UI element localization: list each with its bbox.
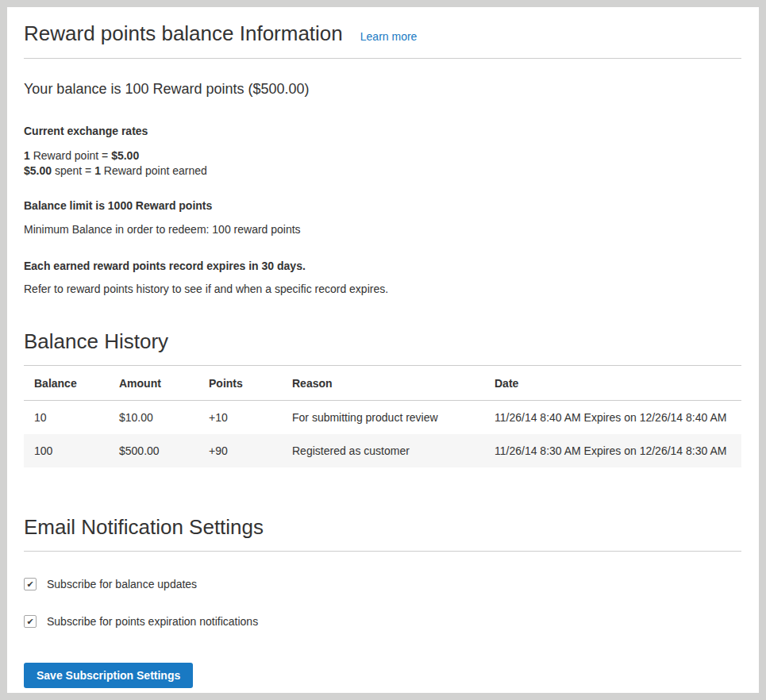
column-header-amount: Amount (109, 366, 198, 401)
exchange-rates-block: 1 Reward point = $5.00 $5.00 spent = 1 R… (24, 148, 741, 179)
balance-history-table: Balance Amount Points Reason Date 10 $10… (24, 366, 741, 467)
page-background: Reward points balance Information Learn … (0, 0, 766, 700)
points-expiration-checkbox-label: Subscribe for points expiration notifica… (47, 615, 258, 628)
page-header: Reward points balance Information Learn … (24, 20, 741, 59)
reward-info-card: Reward points balance Information Learn … (7, 7, 759, 693)
table-row: 100 $500.00 +90 Registered as customer 1… (24, 434, 741, 467)
cell-date: 11/26/14 8:40 AM Expires on 12/26/14 8:4… (484, 401, 741, 435)
column-header-points: Points (198, 366, 282, 401)
rate2-text-2: Reward point earned (101, 164, 207, 177)
table-header-row: Balance Amount Points Reason Date (24, 366, 741, 401)
balance-updates-checkbox-label: Subscribe for balance updates (47, 578, 197, 590)
exchange-rate-line-2: $5.00 spent = 1 Reward point earned (24, 163, 741, 179)
balance-limit-text: Balance limit is 1000 Reward points (24, 199, 741, 213)
balance-updates-checkbox[interactable]: ✔ (24, 578, 37, 590)
expiration-heading: Each earned reward points record expires… (24, 260, 741, 273)
rate1-amount: $5.00 (111, 149, 139, 162)
rate2-text-1: spent = (52, 164, 94, 177)
cell-balance: 10 (24, 401, 109, 435)
checkmark-icon: ✔ (26, 617, 33, 626)
points-expiration-checkbox[interactable]: ✔ (24, 615, 37, 628)
column-header-balance: Balance (24, 366, 109, 401)
rate1-points: 1 (24, 149, 30, 162)
column-header-reason: Reason (282, 366, 484, 401)
rate2-amount: $5.00 (24, 164, 52, 177)
minimum-balance-text: Minimum Balance in order to redeem: 100 … (24, 223, 741, 237)
balance-history-heading: Balance History (24, 328, 741, 366)
checkmark-icon: ✔ (26, 580, 33, 589)
balance-summary: Your balance is 100 Reward points ($500.… (24, 79, 741, 98)
cell-amount: $500.00 (109, 434, 198, 467)
exchange-rates-heading: Current exchange rates (24, 125, 741, 138)
cell-balance: 100 (24, 434, 109, 467)
expiration-note: Refer to reward points history to see if… (24, 283, 741, 296)
rate1-text: Reward point = (30, 149, 111, 162)
cell-reason: For submitting product review (282, 401, 484, 435)
cell-points: +90 (198, 434, 282, 467)
cell-reason: Registered as customer (282, 434, 484, 467)
cell-amount: $10.00 (109, 401, 198, 435)
cell-date: 11/26/14 8:30 AM Expires on 12/26/14 8:3… (484, 434, 741, 467)
save-subscription-settings-button[interactable]: Save Subscription Settings (24, 663, 193, 688)
subscribe-points-expiration-option: ✔ Subscribe for points expiration notifi… (24, 615, 741, 628)
column-header-date: Date (484, 366, 741, 401)
page-title: Reward points balance Information (24, 20, 343, 47)
learn-more-link[interactable]: Learn more (360, 30, 418, 43)
rate2-points: 1 (94, 164, 101, 177)
email-notification-settings-heading: Email Notification Settings (24, 513, 741, 552)
cell-points: +10 (198, 401, 282, 435)
subscribe-balance-updates-option: ✔ Subscribe for balance updates (24, 578, 741, 590)
exchange-rate-line-1: 1 Reward point = $5.00 (24, 148, 741, 163)
table-row: 10 $10.00 +10 For submitting product rev… (24, 401, 741, 435)
